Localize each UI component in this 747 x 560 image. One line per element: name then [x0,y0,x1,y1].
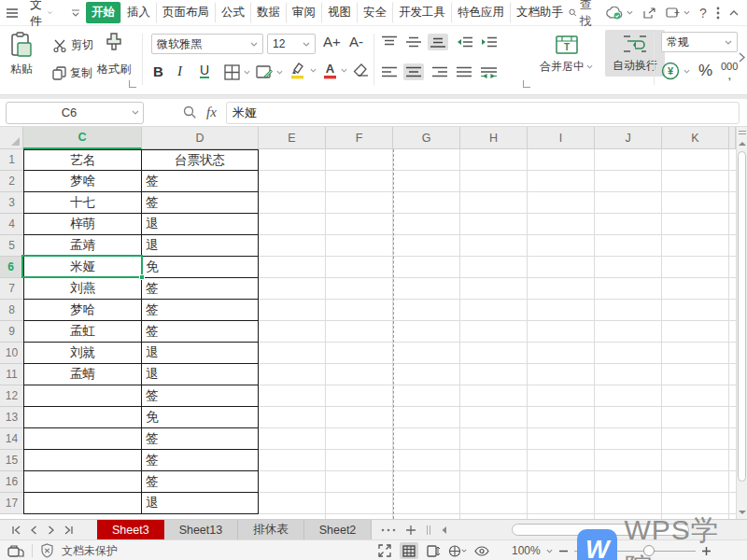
row-header-8[interactable]: 8 [0,300,23,321]
cell-d8[interactable]: 签 [142,300,259,321]
page-break-view-button[interactable] [424,542,443,559]
format-painter-button[interactable]: 格式刷 [97,32,131,77]
cell-c2[interactable]: 梦啥 [23,171,142,192]
scroll-tabs-left-icon[interactable] [441,525,447,535]
zoom-out-icon[interactable] [558,546,569,556]
column-header-f[interactable]: F [326,127,393,149]
tab-home[interactable]: 开始 [86,2,120,23]
cell-c1[interactable]: 艺名 [23,149,142,171]
number-format-select[interactable]: 常规 [661,32,738,52]
quick-access-toggle[interactable] [65,0,86,26]
cell-c9[interactable]: 孟虹 [23,321,142,343]
decrease-indent-button[interactable] [456,35,473,49]
tab-doc-assistant[interactable]: 文档助手 [510,2,569,23]
cell-c12[interactable] [23,385,142,407]
split-handle-icon[interactable] [737,129,747,136]
sheet-tab-paixiubiao[interactable]: 排休表 [238,520,304,539]
tab-special-features[interactable]: 特色应用 [451,2,510,23]
cell-c7[interactable]: 刘燕 [23,278,142,300]
tab-developer[interactable]: 开发工具 [392,2,451,23]
bold-button[interactable]: B [153,63,163,79]
tab-insert[interactable]: 插入 [120,2,156,23]
cell-c16[interactable] [23,471,142,493]
alignment-dialog-launcher[interactable] [523,80,530,88]
fullscreen-button[interactable] [375,542,394,559]
prev-sheet-button[interactable] [25,522,41,539]
row-header-16[interactable]: 16 [0,471,23,493]
cell-c15[interactable] [23,450,142,471]
justify-button[interactable] [456,65,472,78]
row-header-17[interactable]: 17 [0,493,23,514]
formula-input[interactable]: 米娅 [226,102,740,124]
tab-formulas[interactable]: 公式 [215,2,250,23]
cell-d9[interactable]: 签 [142,321,259,343]
reading-view-button[interactable] [472,542,491,559]
paste-button[interactable]: 粘贴 [9,32,34,77]
tab-splitter-icon[interactable] [426,525,431,536]
tab-data[interactable]: 数据 [250,2,286,23]
file-menu[interactable]: 文件 [24,0,58,26]
horizontal-scrollbar[interactable] [512,524,740,537]
vertical-scroll-thumb[interactable] [738,151,746,482]
cell-d1[interactable]: 台票状态 [142,149,259,171]
cell-d7[interactable]: 签 [142,278,259,300]
collapse-ribbon-button[interactable] [729,10,739,16]
distribute-button[interactable] [480,65,498,78]
first-sheet-button[interactable] [7,522,23,539]
percent-format-button[interactable]: % [698,62,712,80]
borders-button[interactable] [224,64,250,80]
normal-view-button[interactable] [400,542,418,559]
vertical-scrollbar[interactable] [736,127,747,519]
clipboard-dialog-launcher[interactable] [129,80,136,88]
underline-button[interactable]: U [200,63,209,78]
cell-d3[interactable]: 签 [142,192,259,214]
row-header-12[interactable]: 12 [0,385,23,407]
cell-c11[interactable]: 孟蜻 [23,364,142,385]
zoom-in-icon[interactable] [701,546,712,556]
cell-d13[interactable]: 免 [142,407,259,428]
column-header-e[interactable]: E [259,127,326,149]
currency-format-button[interactable]: ¥ [661,62,690,80]
highlight-color-button[interactable] [289,62,317,79]
cell-c14[interactable] [23,428,142,450]
page-layout-view-button[interactable] [448,542,467,559]
cell-d10[interactable]: 退 [142,343,259,364]
name-box[interactable]: C6 [6,102,144,124]
row-header-7[interactable]: 7 [0,278,23,300]
merge-center-button[interactable]: T 合并居中 [540,32,593,75]
cell-c3[interactable]: 十七 [23,192,142,214]
cell-d15[interactable]: 签 [142,450,259,471]
add-sheet-icon[interactable] [405,525,416,536]
font-name-select[interactable]: 微软雅黑 [151,34,263,54]
font-size-select[interactable]: 12 [267,34,316,54]
row-header-9[interactable]: 9 [0,321,23,343]
cell-c6-selected[interactable]: 米娅 [23,257,142,278]
more-button[interactable] [716,7,720,20]
magnifier-icon[interactable] [183,105,197,119]
cell-shading-button[interactable] [256,64,283,80]
zoom-level-label[interactable]: 100% [512,544,541,557]
ribbon-scroll-right-button[interactable] [739,52,745,63]
select-all-corner[interactable] [0,127,23,149]
cloud-sync-button[interactable] [605,7,633,20]
decrease-font-button[interactable]: A- [349,34,363,49]
increase-font-button[interactable]: A+ [323,34,341,49]
align-center-button[interactable] [403,63,424,80]
scroll-up-icon[interactable] [737,140,747,147]
row-header-14[interactable]: 14 [0,428,23,450]
more-sheets-icon[interactable] [381,528,396,532]
find-button[interactable]: 查找 [569,0,596,30]
row-header-1[interactable]: 1 [0,149,23,171]
cell-d11[interactable]: 退 [142,364,259,385]
cell-d17[interactable]: 退 [142,493,259,514]
italic-button[interactable]: I [177,63,182,79]
empty-cells-region[interactable] [259,149,736,519]
row-header-10[interactable]: 10 [0,343,23,364]
column-header-c[interactable]: C [23,127,142,149]
align-right-button[interactable] [431,65,448,78]
scroll-down-icon[interactable] [737,509,747,516]
cell-d4[interactable]: 退 [142,214,259,235]
cell-d5[interactable]: 退 [142,235,259,257]
cell-c8[interactable]: 梦哈 [23,300,142,321]
font-color-button[interactable]: A [323,62,347,79]
